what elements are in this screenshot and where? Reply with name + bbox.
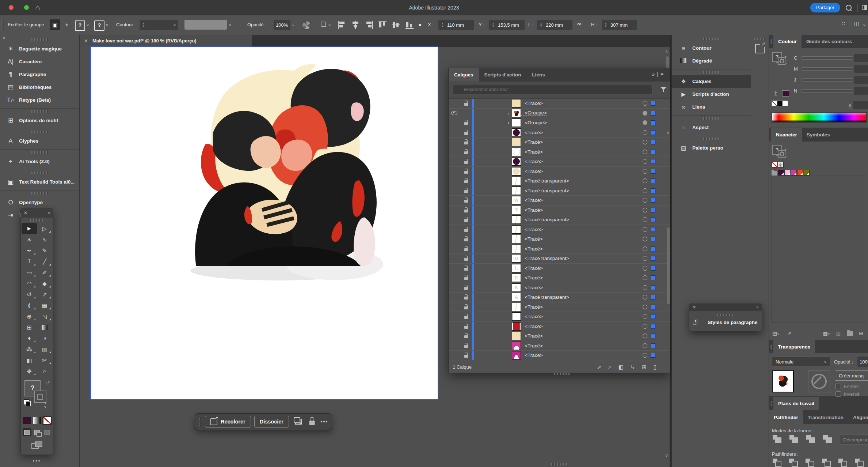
tab-liens[interactable]: Liens [526, 68, 550, 82]
brush-definition-well[interactable] [184, 20, 227, 30]
shape-mode-icon[interactable] [789, 435, 799, 443]
lock-cell[interactable] [460, 109, 472, 118]
layer-thumbnail[interactable] [512, 177, 521, 185]
lock-cell[interactable] [460, 138, 472, 147]
lock-icon[interactable] [464, 190, 468, 193]
align-icon[interactable] [378, 20, 387, 29]
lock-icon[interactable] [464, 287, 468, 290]
layer-row[interactable]: <Tracé> [449, 157, 670, 167]
none-button[interactable] [42, 416, 52, 425]
dock-item[interactable]: ▶ Scripts d'action [672, 88, 751, 101]
visibility-cell[interactable] [449, 254, 460, 263]
visibility-cell[interactable] [449, 176, 460, 186]
drag-dots[interactable] [703, 117, 720, 120]
color-swatch[interactable] [784, 170, 790, 176]
selection-square-icon[interactable] [651, 275, 655, 280]
layer-thumbnail[interactable] [512, 332, 521, 340]
stepper-icon[interactable]: ∧∨ [140, 23, 146, 27]
lock-cell[interactable] [460, 244, 472, 254]
layers-footer-icon[interactable]: ⌕ [608, 364, 611, 370]
visibility-cell[interactable] [449, 351, 460, 360]
lock-cell[interactable] [460, 196, 472, 205]
layer-name[interactable]: <Tracé> [521, 101, 543, 106]
layer-name[interactable]: <Tracé> [521, 285, 543, 290]
tool-button[interactable]: ✎ [37, 245, 52, 256]
tool-button[interactable]: ⁂ [22, 344, 37, 355]
collapse-icon[interactable]: ∧∨ [770, 344, 773, 349]
expand-panel-icon[interactable] [755, 44, 765, 53]
layer-name[interactable]: <Tracé> [521, 197, 543, 203]
layer-thumbnail[interactable] [512, 235, 521, 243]
target-circle-icon[interactable] [643, 353, 647, 358]
target-circle-icon[interactable] [643, 266, 647, 271]
layer-name[interactable]: <Groupe> [521, 110, 547, 116]
x-label[interactable]: X : [428, 22, 434, 28]
layer-row[interactable]: <Tracé> [449, 244, 670, 254]
layer-row[interactable]: E <Tracé> [449, 273, 670, 283]
tool-button[interactable]: ↺ [22, 289, 37, 300]
sidebar-item[interactable]: ¶ Paragraphe [0, 68, 79, 81]
white-swatch[interactable] [783, 101, 788, 106]
sidebar-item[interactable]: A Glyphes [0, 129, 79, 147]
black-swatch[interactable] [777, 101, 783, 106]
target-circle-icon[interactable] [643, 324, 647, 329]
layer-row[interactable]: <Tracé> [449, 312, 670, 322]
target-circle-icon[interactable] [643, 111, 647, 116]
align-icon[interactable] [392, 20, 400, 29]
lock-cell[interactable] [460, 341, 472, 351]
lock-icon[interactable] [464, 142, 468, 144]
layer-row[interactable]: › <Groupe> [449, 109, 670, 118]
layer-name[interactable]: <Tracé> [521, 207, 543, 213]
drag-dots[interactable] [703, 138, 720, 140]
tool-button[interactable]: ✐ [37, 267, 52, 278]
collapse-icon[interactable]: ∧∨ [770, 401, 773, 406]
more-options-icon[interactable]: ••• [320, 419, 328, 425]
fill-chevron-icon[interactable]: ∨ [86, 23, 89, 27]
tab-pathfinder[interactable]: Pathfinder [769, 410, 803, 424]
opacity-expand-icon[interactable]: › [292, 22, 294, 28]
layer-name[interactable]: <Tracé> [521, 169, 543, 174]
target-circle-icon[interactable] [643, 295, 647, 300]
tool-button[interactable]: ✥ [22, 366, 37, 377]
visibility-cell[interactable] [449, 312, 460, 321]
lock-cell[interactable] [460, 322, 472, 331]
selection-square-icon[interactable] [651, 198, 655, 203]
selection-square-icon[interactable] [651, 295, 655, 300]
tool-button[interactable]: ⌕ [37, 366, 52, 377]
visibility-cell[interactable] [449, 99, 460, 108]
height-label[interactable]: H : [591, 22, 597, 28]
layer-name[interactable]: <Tracé> [521, 227, 543, 232]
selection-square-icon[interactable] [651, 169, 655, 174]
layer-thumbnail[interactable] [512, 128, 521, 137]
layers-footer-icon[interactable]: ◧ [618, 364, 623, 370]
share-button[interactable]: Partager [810, 3, 840, 12]
visibility-cell[interactable] [449, 157, 460, 166]
layer-row[interactable]: <Tracé> [449, 225, 670, 235]
draw-behind-button[interactable] [33, 428, 41, 436]
lock-icon[interactable] [464, 326, 468, 329]
paragraph-styles-header[interactable]: ✕ » [689, 304, 762, 311]
registration-swatch[interactable]: ◎ [778, 162, 784, 167]
layer-thumbnail[interactable]: W [512, 196, 521, 204]
fill-stroke-control[interactable]: ? ↺ ? ? [21, 380, 53, 415]
tab-scripts-action[interactable]: Scripts d'action [479, 68, 527, 82]
layer-row[interactable]: <Tracé> [449, 128, 670, 138]
drag-dots[interactable] [754, 38, 765, 40]
lock-cell[interactable] [460, 186, 472, 196]
width-field[interactable]: ∧∨ 220 mm [537, 20, 572, 30]
lock-icon[interactable] [464, 316, 468, 319]
layer-thumbnail[interactable] [512, 245, 521, 253]
visibility-cell[interactable] [449, 215, 460, 225]
align-icon[interactable] [338, 20, 346, 29]
close-icon[interactable]: ✕ [693, 305, 696, 310]
tab-transparence[interactable]: Transparence [773, 340, 815, 353]
target-circle-icon[interactable] [643, 120, 647, 125]
shape-mode-icon[interactable] [823, 435, 832, 443]
layer-thumbnail[interactable] [512, 99, 521, 108]
lock-icon[interactable] [464, 122, 468, 125]
shape-mode-icon[interactable] [806, 435, 815, 443]
layer-row[interactable]: <Tracé> [449, 351, 670, 361]
dock-item[interactable]: ❖ Calques [672, 69, 751, 88]
selection-square-icon[interactable] [651, 343, 655, 348]
lock-icon[interactable] [464, 345, 468, 348]
